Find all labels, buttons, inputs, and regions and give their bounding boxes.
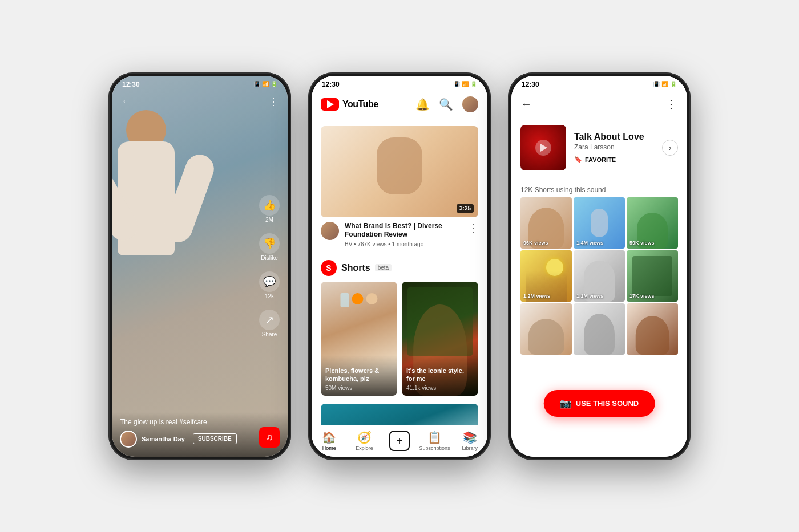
short-views-1: 50M views — [325, 385, 393, 391]
sound-title: Talk About Love — [574, 132, 654, 142]
subscriptions-label: Subscriptions — [419, 445, 450, 451]
share-button[interactable]: ↗ Share — [259, 310, 280, 338]
like-button[interactable]: 👍 2M — [259, 195, 280, 223]
shorts-beta-badge: beta — [375, 264, 392, 271]
video-duration: 3:25 — [457, 204, 474, 213]
shorts-actions: 👍 2M 👎 Dislike 💬 12k ↗ Share — [259, 195, 280, 338]
channel-info: Samantha Day SUBSCRIBE — [120, 431, 237, 448]
nav-library[interactable]: 📚 Library — [452, 425, 487, 457]
library-icon: 📚 — [463, 431, 477, 444]
phones-container: 12:30 📳 📶 🔋 ← ⋮ 👍 2M — [97, 61, 702, 472]
yt-logo-icon — [321, 98, 339, 111]
grid-views-5: 1.1M views — [576, 293, 603, 299]
shorts-section-title: Shorts — [341, 263, 370, 273]
sound-play-button[interactable] — [535, 140, 551, 156]
comments-button[interactable]: 💬 12k — [259, 271, 280, 299]
grid-item-4[interactable]: 1.2M views — [520, 250, 572, 302]
sound-artist: Zara Larsson — [574, 143, 654, 151]
grid-item-9[interactable] — [627, 303, 678, 355]
more-button-1[interactable]: ⋮ — [268, 95, 279, 108]
user-avatar[interactable] — [462, 96, 478, 112]
shorts-grid: Picnics, flowers & kombucha, plz 50M vie… — [321, 282, 478, 396]
shorts-logo: S — [321, 260, 337, 276]
grid-item-7[interactable] — [520, 303, 572, 355]
sound-page-header: ← ⋮ — [511, 91, 687, 118]
phone3-bottom-bar — [511, 425, 687, 457]
back-button-1[interactable]: ← — [121, 95, 131, 108]
nav-subscriptions[interactable]: 📋 Subscriptions — [417, 425, 453, 457]
nav-home[interactable]: 🏠 Home — [312, 425, 347, 457]
short-caption-2: It's the iconic style, for me — [406, 367, 474, 383]
yt-logo-text: YouTube — [342, 99, 378, 109]
subscriptions-icon: 📋 — [427, 431, 442, 444]
phone-2: 12:30 📳 📶 🔋 YouTube — [308, 72, 491, 460]
channel-name: Samantha Day — [142, 436, 185, 442]
use-sound-button[interactable]: 📷 USE THIS SOUND — [544, 390, 655, 417]
short-caption-1: Picnics, flowers & kombucha, plz — [325, 367, 393, 383]
grid-item-2[interactable]: 1.4M views — [574, 197, 625, 249]
short-card-1[interactable]: Picnics, flowers & kombucha, plz 50M vie… — [321, 282, 397, 396]
status-time-3: 12:30 — [522, 80, 539, 88]
sound-button[interactable]: ♫ — [259, 427, 280, 448]
nav-explore[interactable]: 🧭 Explore — [347, 425, 382, 457]
sound-thumbnail — [520, 125, 566, 170]
shorts-top-nav: ← ⋮ — [112, 91, 288, 112]
video-channel-avatar — [321, 222, 339, 240]
home-label: Home — [322, 445, 336, 451]
grid-item-8[interactable] — [574, 303, 625, 355]
dislike-button[interactable]: 👎 Dislike — [259, 233, 280, 261]
status-icons-2: 📳 📶 🔋 — [453, 81, 477, 87]
library-label: Library — [462, 445, 478, 451]
short-card-2[interactable]: It's the iconic style, for me 41.1k view… — [402, 282, 478, 396]
person-figure — [112, 110, 192, 338]
favorite-label: FAVORITE — [585, 156, 616, 163]
like-count: 2M — [265, 217, 273, 223]
grid-item-1[interactable]: 96K views — [520, 197, 572, 249]
play-icon — [327, 100, 334, 108]
phone-1: 12:30 📳 📶 🔋 ← ⋮ 👍 2M — [108, 72, 291, 460]
youtube-logo: YouTube — [321, 98, 378, 111]
grid-views-2: 1.4M views — [576, 240, 603, 246]
search-icon[interactable]: 🔍 — [439, 98, 453, 111]
grid-item-3[interactable]: 59K views — [627, 197, 678, 249]
video-card[interactable]: 3:25 What Brand is Best? | Diverse Found… — [312, 119, 487, 254]
status-bar-1: 12:30 📳 📶 🔋 — [112, 76, 288, 91]
play-triangle-icon — [540, 144, 547, 152]
home-icon: 🏠 — [322, 431, 336, 444]
grid-views-3: 59K views — [629, 240, 655, 246]
grid-item-6[interactable]: 17K views — [627, 250, 678, 302]
sound-shorts-count: 12K Shorts using this sound — [511, 180, 687, 197]
grid-item-5[interactable]: 1.1M views — [574, 250, 625, 302]
phone-3: 12:30 📳 📶 🔋 ← ⋮ — [508, 72, 691, 460]
short-overlay-1: Picnics, flowers & kombucha, plz 50M vie… — [321, 355, 397, 396]
video-info: What Brand is Best? | Diverse Foundation… — [321, 222, 478, 247]
video-thumbnail: 3:25 — [321, 126, 478, 217]
create-icon: + — [389, 431, 410, 451]
person-arm-left — [112, 157, 143, 245]
subscribe-button[interactable]: SUBSCRIBE — [193, 433, 237, 444]
use-sound-label: USE THIS SOUND — [576, 399, 639, 408]
dislike-label: Dislike — [261, 255, 277, 261]
video-title: What Brand is Best? | Diverse Foundation… — [345, 222, 462, 239]
comments-icon: 💬 — [259, 271, 280, 292]
video-meta: BV • 767K views • 1 month ago — [345, 241, 462, 247]
shorts-header: S Shorts beta — [321, 260, 478, 276]
video-details: What Brand is Best? | Diverse Foundation… — [345, 222, 462, 247]
favorite-button[interactable]: 🔖 FAVORITE — [574, 156, 654, 163]
status-icons-3: 📳 📶 🔋 — [653, 81, 677, 87]
camera-icon: 📷 — [560, 398, 571, 409]
share-label: Share — [262, 331, 277, 338]
bell-icon[interactable]: 🔔 — [415, 98, 430, 111]
more-button-3[interactable]: ⋮ — [665, 98, 678, 111]
sound-wave-icon: ♫ — [266, 432, 273, 442]
share-icon: ↗ — [259, 310, 280, 330]
back-button-3[interactable]: ← — [520, 98, 532, 111]
shorts-info: The glow up is real #selfcare Samantha D… — [120, 418, 237, 448]
status-icons-1: 📳 📶 🔋 — [253, 81, 277, 87]
grid-views-1: 96K views — [523, 240, 548, 246]
video-more-button[interactable]: ⋮ — [468, 222, 478, 234]
nav-create[interactable]: + — [382, 425, 417, 457]
grid-views-4: 1.2M views — [523, 293, 550, 299]
status-time-2: 12:30 — [322, 80, 340, 88]
chevron-right-icon[interactable]: › — [662, 140, 678, 156]
